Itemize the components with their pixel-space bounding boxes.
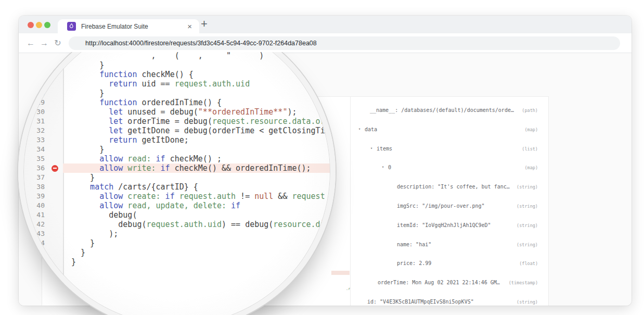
inspector-row: price: 2.99(float) (351, 260, 548, 267)
back-icon[interactable]: ← (24, 39, 37, 48)
request-data-card: __name__: /databases/(default)/documents… (350, 96, 549, 306)
inspector-row: description: "It's coffee, but fanc…(str… (351, 183, 548, 191)
browser-window: Firebase Emulator Suite × + ← → ↻ http:/… (19, 16, 632, 306)
inspector-field-text: orderTime: Mon Aug 02 2021 22:14:46 GM… (378, 280, 500, 285)
inspector-field-type: (float) (519, 261, 538, 266)
expand-marker-icon[interactable]: ▾ (382, 165, 384, 169)
inspector-field-type: (list) (522, 146, 538, 152)
inspector-field-type: (path) (522, 108, 538, 113)
inspector-field-text: items (377, 146, 392, 152)
inspector-field-text: itemId: "IoVgqH2nhJljAh1QC9eD" (397, 222, 491, 228)
screenshot-stage: Firebase Emulator Suite × + ← → ↻ http:/… (0, 0, 644, 315)
browser-tab[interactable]: Firebase Emulator Suite × (58, 19, 199, 33)
inspector-row: __name__: /databases/(default)/documents… (351, 107, 548, 114)
address-bar[interactable]: http://localhost:4000/firestore/requests… (69, 36, 620, 50)
inspector-field-type: (map) (524, 127, 538, 132)
inspector-field-text: id: "V4E3K5cB1AUTMpqEIvS8ni5opKVS" (367, 299, 474, 305)
traffic-light-close[interactable] (28, 22, 34, 28)
reload-icon[interactable]: ↻ (51, 38, 65, 48)
inspector-field-type: (map) (524, 165, 538, 170)
inspector-row: name: "hai"(string) (351, 241, 548, 248)
expand-marker-icon[interactable]: ▾ (370, 146, 372, 150)
inspector-field-text: price: 2.99 (397, 260, 431, 266)
inspector-field-text: 0 (388, 165, 391, 170)
tab-close-icon[interactable]: × (187, 22, 192, 30)
inspector-field-type: (string) (517, 299, 538, 305)
inspector-row: imgSrc: "/img/pour-over.png"(string) (351, 203, 548, 210)
emulator-page: 11 1 ngTi .resourc 46 47 __name__: /data… (19, 53, 632, 306)
url-text: http://localhost:4000/firestore/requests… (85, 40, 317, 47)
traffic-light-minimize[interactable] (36, 22, 42, 28)
inspector-field-type: (string) (517, 242, 538, 247)
expand-marker-icon[interactable]: ▾ (358, 127, 360, 131)
traffic-light-zoom[interactable] (44, 22, 50, 28)
bg-gutter-number: 11 (48, 113, 53, 117)
inspector-field-text: name: "hai" (397, 242, 431, 247)
inspector-row: id: "V4E3K5cB1AUTMpqEIvS8ni5opKVS"(strin… (351, 298, 548, 306)
forward-icon[interactable]: → (37, 39, 51, 48)
browser-tab-bar: Firebase Emulator Suite × + (19, 16, 632, 33)
inspector-field-text: data (365, 127, 377, 132)
inspector-row: itemId: "IoVgqH2nhJljAh1QC9eD"(string) (351, 222, 548, 229)
bg-highlight-band (331, 271, 350, 275)
new-tab-button[interactable]: + (201, 17, 208, 31)
inspector-field-text: description: "It's coffee, but fanc… (397, 184, 510, 190)
inspector-field-text: __name__: /databases/(default)/documents… (370, 107, 514, 113)
inspector-field-type: (string) (517, 184, 538, 190)
inspector-row[interactable]: ▾data(map) (351, 126, 548, 133)
inspector-field-type: (string) (517, 223, 538, 228)
bg-gutter-number: 1 (50, 120, 52, 124)
tab-title: Firebase Emulator Suite (81, 23, 148, 30)
firebase-favicon-icon (67, 22, 76, 31)
browser-toolbar: ← → ↻ http://localhost:4000/firestore/re… (19, 33, 632, 53)
inspector-row: orderTime: Mon Aug 02 2021 22:14:46 GM…(… (351, 279, 548, 286)
inspector-row[interactable]: ▾0(map) (351, 164, 548, 171)
inspector-field-type: (timestamp) (509, 280, 538, 285)
inspector-row[interactable]: ▾items(list) (351, 145, 548, 153)
rules-code-panel[interactable]: 11 1 ngTi .resourc (42, 96, 351, 306)
inspector-field-type: (string) (517, 204, 538, 209)
inspector-field-text: imgSrc: "/img/pour-over.png" (397, 203, 485, 209)
